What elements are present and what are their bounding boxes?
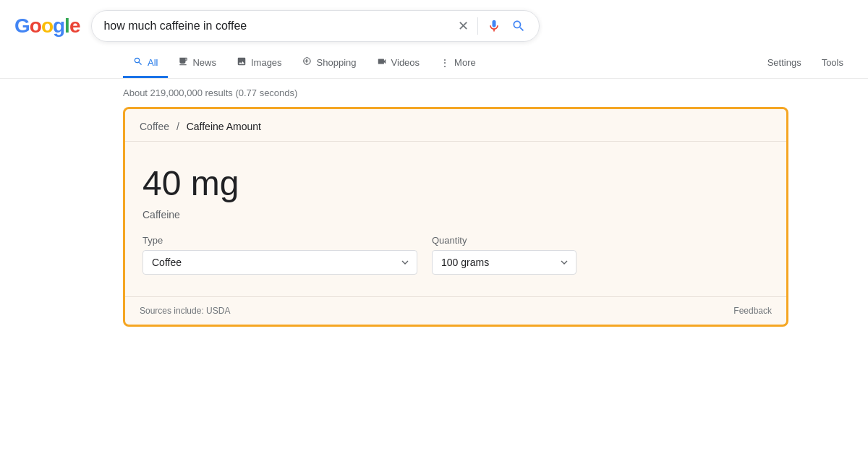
breadcrumb-separator: / (176, 121, 179, 132)
tab-videos[interactable]: Videos (367, 49, 430, 78)
tab-images[interactable]: Images (226, 49, 292, 78)
settings-tab[interactable]: Settings (757, 50, 812, 77)
tab-news[interactable]: News (168, 49, 226, 78)
quantity-label: Quantity (432, 235, 576, 246)
results-count: About 219,000,000 results (0.77 seconds) (123, 87, 297, 98)
tab-more-label: More (454, 57, 476, 68)
tab-more[interactable]: ⋮ More (430, 50, 486, 78)
header: Google ✕ (0, 0, 868, 49)
type-label: Type (142, 235, 417, 246)
tab-all-label: All (148, 57, 158, 68)
caffeine-label: Caffeine (142, 209, 769, 220)
nav-settings-group: Settings Tools (757, 50, 854, 77)
all-icon (133, 56, 143, 69)
clear-button[interactable]: ✕ (456, 17, 470, 35)
search-button[interactable] (510, 17, 527, 35)
caffeine-amount: 40 mg (142, 163, 769, 203)
knowledge-card: Coffee / Caffeine Amount 40 mg Caffeine … (123, 107, 788, 327)
type-select[interactable]: Coffee Espresso Green Tea Black Tea Ener… (142, 250, 417, 275)
main-content: Coffee / Caffeine Amount 40 mg Caffeine … (0, 107, 868, 327)
google-logo[interactable]: Google (14, 14, 80, 38)
search-bar: ✕ (91, 10, 540, 42)
nav-tabs: All News Images Shopping Videos ⋮ More S… (0, 49, 868, 79)
tab-videos-label: Videos (391, 57, 420, 68)
videos-icon (377, 56, 387, 69)
search-icons: ✕ (456, 17, 527, 35)
breadcrumb-link[interactable]: Coffee (140, 121, 169, 132)
logo-letter-o2: o (41, 14, 53, 37)
tab-shopping-label: Shopping (317, 57, 357, 68)
voice-search-button[interactable] (485, 17, 503, 35)
divider (477, 17, 478, 35)
quantity-select[interactable]: 100 grams 1 cup (237 ml) 1 fl oz (432, 250, 576, 275)
search-icon (511, 19, 526, 33)
tools-label: Tools (822, 57, 843, 68)
tab-shopping[interactable]: Shopping (292, 49, 367, 78)
logo-letter-l: l (64, 14, 69, 37)
images-icon (237, 56, 247, 69)
shopping-icon (302, 56, 312, 69)
card-footer: Sources include: USDA Feedback (125, 296, 786, 325)
feedback-link[interactable]: Feedback (733, 306, 772, 316)
search-input[interactable] (103, 20, 449, 33)
breadcrumb-current: Caffeine Amount (187, 121, 261, 132)
close-icon: ✕ (458, 18, 469, 34)
tab-images-label: Images (251, 57, 282, 68)
search-bar-wrapper: ✕ (91, 10, 540, 42)
microphone-icon (487, 19, 501, 33)
results-info: About 219,000,000 results (0.77 seconds) (0, 79, 868, 107)
tab-all[interactable]: All (123, 49, 168, 78)
settings-label: Settings (767, 57, 801, 68)
logo-letter-o1: o (30, 14, 41, 37)
news-icon (178, 56, 188, 69)
quantity-selector-group: Quantity 100 grams 1 cup (237 ml) 1 fl o… (432, 235, 576, 275)
card-breadcrumb: Coffee / Caffeine Amount (125, 109, 786, 142)
more-dots-icon: ⋮ (440, 57, 450, 69)
selectors-row: Type Coffee Espresso Green Tea Black Tea… (142, 235, 769, 275)
logo-letter-e: e (69, 14, 80, 37)
type-selector-group: Type Coffee Espresso Green Tea Black Tea… (142, 235, 417, 275)
card-body: 40 mg Caffeine Type Coffee Espresso Gree… (125, 142, 786, 296)
tab-news-label: News (192, 57, 216, 68)
sources-text: Sources include: USDA (140, 306, 230, 316)
tools-tab[interactable]: Tools (812, 50, 854, 77)
logo-letter-g: G (14, 14, 30, 37)
logo-letter-g2: g (53, 14, 64, 37)
